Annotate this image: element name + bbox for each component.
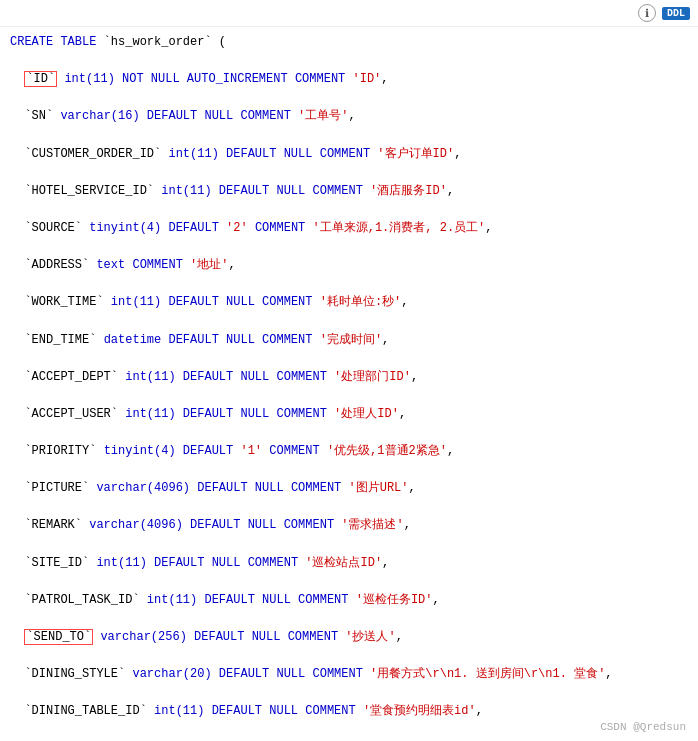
- code-line: `SITE_ID` int(11) DEFAULT NULL COMMENT '…: [10, 554, 688, 573]
- code-line: `ACCEPT_USER` int(11) DEFAULT NULL COMME…: [10, 405, 688, 424]
- code-line: `PICTURE` varchar(4096) DEFAULT NULL COM…: [10, 479, 688, 498]
- top-bar: ℹ DDL: [0, 0, 698, 27]
- code-line: CREATE TABLE `hs_work_order` (: [10, 33, 688, 52]
- code-line: `SOURCE` tinyint(4) DEFAULT '2' COMMENT …: [10, 219, 688, 238]
- code-line: `PATROL_TASK_ID` int(11) DEFAULT NULL CO…: [10, 591, 688, 610]
- code-line: `ID` int(11) NOT NULL AUTO_INCREMENT COM…: [10, 70, 688, 89]
- info-icon[interactable]: ℹ: [638, 4, 656, 22]
- code-line: `END_TIME` datetime DEFAULT NULL COMMENT…: [10, 331, 688, 350]
- code-line: `SN` varchar(16) DEFAULT NULL COMMENT '工…: [10, 107, 688, 126]
- code-line: `HOTEL_SERVICE_ID` int(11) DEFAULT NULL …: [10, 182, 688, 201]
- code-line: `CUSTOMER_ORDER_ID` int(11) DEFAULT NULL…: [10, 145, 688, 164]
- code-line: `ADDRESS` text COMMENT '地址',: [10, 256, 688, 275]
- code-line: `PRIORITY` tinyint(4) DEFAULT '1' COMMEN…: [10, 442, 688, 461]
- code-line: `ACCEPT_DEPT` int(11) DEFAULT NULL COMME…: [10, 368, 688, 387]
- ddl-badge[interactable]: DDL: [662, 7, 690, 20]
- code-line: `DINING_TABLE_ID` int(11) DEFAULT NULL C…: [10, 702, 688, 721]
- code-area: CREATE TABLE `hs_work_order` ( `ID` int(…: [0, 27, 698, 741]
- footer-bar: CSDN @Qredsun: [600, 721, 686, 733]
- code-line: `SEND_TO` varchar(256) DEFAULT NULL COMM…: [10, 628, 688, 647]
- code-line: `REMARK` varchar(4096) DEFAULT NULL COMM…: [10, 516, 688, 535]
- code-line: `WORK_TIME` int(11) DEFAULT NULL COMMENT…: [10, 293, 688, 312]
- code-line: `DINING_STYLE` varchar(20) DEFAULT NULL …: [10, 665, 688, 684]
